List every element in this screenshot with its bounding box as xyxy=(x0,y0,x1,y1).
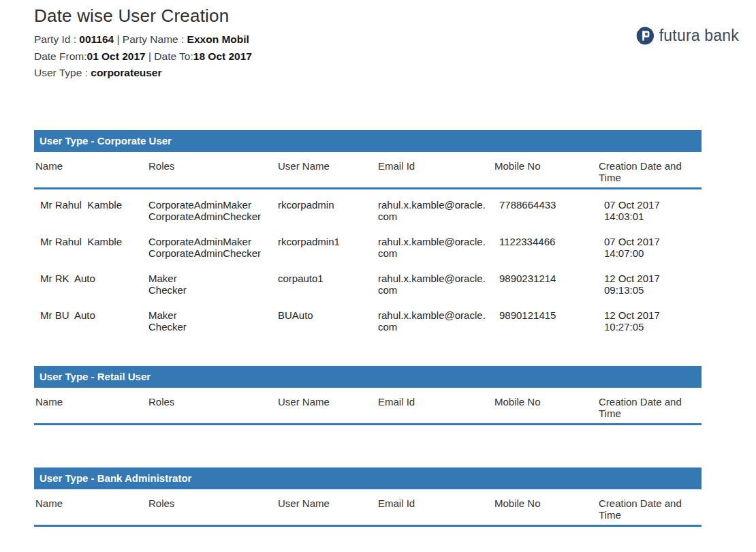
cell-email: rahul.x.kamble@oracle.com xyxy=(378,273,494,296)
column-header-creation-date: Creation Date and Time xyxy=(599,396,702,419)
page-title: Date wise User Creation xyxy=(34,6,756,26)
date-to-value: 18 Oct 2017 xyxy=(193,50,252,62)
party-id-label: Party Id : xyxy=(34,33,79,45)
meta-separator: | xyxy=(146,50,155,62)
header-divider-rule xyxy=(34,423,702,425)
meta-separator: | xyxy=(114,33,123,45)
column-header-row: Name Roles User Name Email Id Mobile No … xyxy=(34,388,702,423)
date-range-line: Date From:01 Oct 2017 | Date To:18 Oct 2… xyxy=(34,48,756,65)
cell-roles: CorporateAdminMaker CorporateAdminChecke… xyxy=(148,236,278,259)
column-header-mobile-no: Mobile No xyxy=(494,497,599,509)
futura-bank-logo-text: futura bank xyxy=(659,27,739,45)
date-to-label: Date To: xyxy=(154,50,193,62)
column-header-user-name: User Name xyxy=(278,497,378,509)
section-retail-user: User Type - Retail User Name Roles User … xyxy=(34,366,702,425)
date-from-value: 01 Oct 2017 xyxy=(87,50,146,62)
cell-name: Mr RK Auto xyxy=(35,273,148,284)
user-type-label: User Type : xyxy=(34,67,91,78)
column-header-mobile-no: Mobile No xyxy=(494,160,599,172)
cell-roles: Maker Checker xyxy=(148,309,278,333)
column-header-mobile-no: Mobile No xyxy=(494,396,599,408)
report-page: Date wise User Creation Party Id : 00116… xyxy=(0,0,756,552)
column-header-creation-date: Creation Date and Time xyxy=(599,160,702,183)
futura-bank-logo: futura bank xyxy=(633,25,739,46)
column-header-user-name: User Name xyxy=(278,160,378,172)
column-header-roles: Roles xyxy=(148,396,278,408)
column-header-row: Name Roles User Name Email Id Mobile No … xyxy=(34,489,702,525)
column-header-email-id: Email Id xyxy=(378,160,494,172)
user-type-line: User Type : corporateuser xyxy=(34,65,756,82)
party-name-value: Exxon Mobil xyxy=(187,33,249,45)
cell-roles: CorporateAdminMaker CorporateAdminChecke… xyxy=(148,199,278,222)
cell-mobile: 7788664433 xyxy=(494,199,599,211)
column-header-name: Name xyxy=(35,160,148,172)
table-body-corporate: Mr Rahul Kamble CorporateAdminMaker Corp… xyxy=(34,189,702,333)
cell-creation-date: 12 Oct 2017 09:13:05 xyxy=(599,273,702,296)
column-header-roles: Roles xyxy=(148,160,278,172)
cell-creation-date: 07 Oct 2017 14:07:00 xyxy=(599,236,702,259)
cell-user-name: rkcorpadmin1 xyxy=(278,236,378,247)
cell-mobile: 9890231214 xyxy=(494,273,599,284)
column-header-row: Name Roles User Name Email Id Mobile No … xyxy=(34,152,702,187)
cell-name: Mr Rahul Kamble xyxy=(35,199,148,211)
section-title-retail-user: User Type - Retail User xyxy=(34,366,702,388)
cell-email: rahul.x.kamble@oracle.com xyxy=(378,199,494,222)
section-title-corporate-user: User Type - Corporate User xyxy=(34,130,702,152)
column-header-name: Name xyxy=(35,396,148,408)
cell-roles: Maker Checker xyxy=(148,273,278,296)
table-row: Mr Rahul Kamble CorporateAdminMaker Corp… xyxy=(34,199,702,222)
cell-creation-date: 12 Oct 2017 10:27:05 xyxy=(599,309,702,333)
cell-name: Mr Rahul Kamble xyxy=(35,236,148,247)
column-header-creation-date: Creation Date and Time xyxy=(599,497,702,521)
cell-name: Mr BU Auto xyxy=(35,309,148,321)
user-type-value: corporateuser xyxy=(91,67,161,78)
section-bank-administrator: User Type - Bank Administrator Name Role… xyxy=(34,467,702,527)
cell-email: rahul.x.kamble@oracle.com xyxy=(378,309,494,333)
cell-user-name: BUAuto xyxy=(278,309,378,321)
section-corporate-user: User Type - Corporate User Name Roles Us… xyxy=(34,130,702,333)
table-row: Mr BU Auto Maker Checker BUAuto rahul.x.… xyxy=(34,309,702,333)
cell-email: rahul.x.kamble@oracle.com xyxy=(378,236,494,259)
section-title-bank-administrator: User Type - Bank Administrator xyxy=(34,467,702,489)
column-header-email-id: Email Id xyxy=(378,497,494,509)
date-from-label: Date From: xyxy=(34,50,87,62)
party-id-value: 001164 xyxy=(79,33,114,45)
cell-mobile: 9890121415 xyxy=(494,309,599,321)
futura-bank-logo-icon xyxy=(633,25,655,46)
header-divider-rule xyxy=(34,525,702,527)
cell-user-name: corpauto1 xyxy=(278,273,378,284)
party-name-label: Party Name : xyxy=(123,33,187,45)
column-header-user-name: User Name xyxy=(278,396,378,408)
cell-mobile: 1122334466 xyxy=(494,236,599,247)
column-header-email-id: Email Id xyxy=(378,396,494,408)
cell-creation-date: 07 Oct 2017 14:03:01 xyxy=(599,199,702,222)
column-header-name: Name xyxy=(35,497,148,509)
table-row: Mr Rahul Kamble CorporateAdminMaker Corp… xyxy=(34,236,702,259)
table-row: Mr RK Auto Maker Checker corpauto1 rahul… xyxy=(34,273,702,296)
cell-user-name: rkcorpadmin xyxy=(278,199,378,211)
column-header-roles: Roles xyxy=(148,497,278,509)
